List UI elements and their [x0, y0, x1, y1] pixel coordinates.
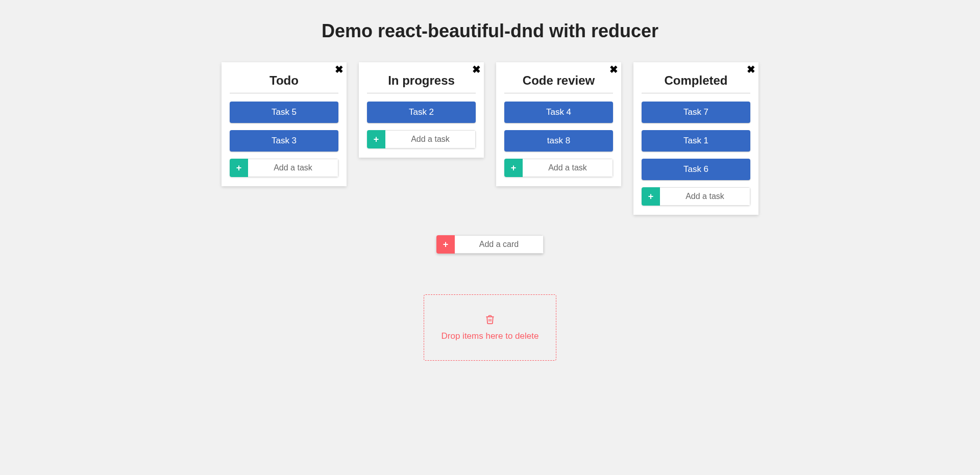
column-title: Todo	[230, 73, 338, 88]
delete-zone-text: Drop items here to delete	[442, 331, 539, 341]
add-task-button[interactable]: +	[367, 130, 385, 148]
add-task-button[interactable]: +	[504, 159, 523, 177]
task-card[interactable]: Task 5	[230, 102, 338, 123]
plus-icon: +	[236, 163, 242, 172]
column-title: In progress	[367, 73, 476, 88]
add-card-button[interactable]: +	[436, 235, 455, 254]
divider	[642, 93, 750, 93]
column-completed[interactable]: ✖ Completed Task 7 Task 1 Task 6 +	[633, 62, 758, 215]
delete-drop-zone[interactable]: Drop items here to delete	[424, 294, 556, 361]
add-task-button[interactable]: +	[230, 159, 248, 177]
task-card[interactable]: Task 2	[367, 102, 476, 123]
task-card[interactable]: task 8	[504, 130, 613, 152]
task-card[interactable]: Task 6	[642, 159, 750, 180]
add-task-input[interactable]	[523, 159, 613, 177]
add-task-input[interactable]	[385, 130, 476, 148]
add-task-group: +	[642, 187, 750, 206]
add-card-group: +	[436, 235, 544, 254]
page-title: Demo react-beautiful-dnd with reducer	[194, 20, 786, 42]
close-icon[interactable]: ✖	[609, 64, 618, 74]
divider	[504, 93, 613, 93]
plus-icon: +	[443, 240, 449, 249]
column-in-progress[interactable]: ✖ In progress Task 2 +	[359, 62, 484, 158]
column-todo[interactable]: ✖ Todo Task 5 Task 3 +	[222, 62, 347, 186]
column-title: Completed	[642, 73, 750, 88]
task-card[interactable]: Task 7	[642, 102, 750, 123]
kanban-board: ✖ Todo Task 5 Task 3 + ✖ In progress Tas…	[194, 62, 786, 215]
trash-icon	[485, 314, 495, 327]
column-title: Code review	[504, 73, 613, 88]
task-card[interactable]: Task 4	[504, 102, 613, 123]
divider	[230, 93, 338, 93]
add-card-input[interactable]	[455, 235, 544, 254]
add-task-input[interactable]	[248, 159, 338, 177]
task-card[interactable]: Task 3	[230, 130, 338, 152]
task-card[interactable]: Task 1	[642, 130, 750, 152]
close-icon[interactable]: ✖	[747, 64, 755, 74]
add-task-group: +	[504, 159, 613, 177]
add-task-group: +	[367, 130, 476, 148]
add-task-button[interactable]: +	[642, 187, 660, 206]
column-code-review[interactable]: ✖ Code review Task 4 task 8 +	[496, 62, 621, 186]
plus-icon: +	[648, 192, 654, 201]
close-icon[interactable]: ✖	[335, 64, 344, 74]
add-task-group: +	[230, 159, 338, 177]
close-icon[interactable]: ✖	[472, 64, 481, 74]
add-task-input[interactable]	[660, 187, 750, 206]
divider	[367, 93, 476, 93]
plus-icon: +	[374, 135, 379, 144]
plus-icon: +	[511, 163, 517, 172]
